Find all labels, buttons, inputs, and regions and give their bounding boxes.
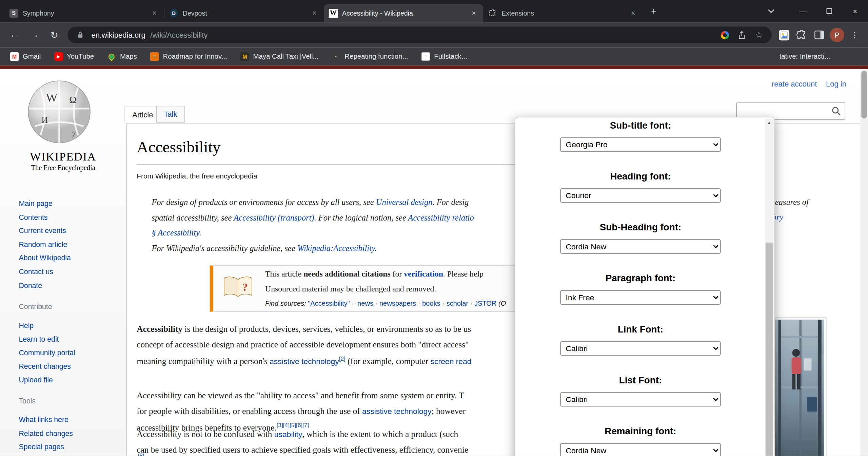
popup-scroll-up-icon[interactable]: ▲ [765,118,773,127]
wiki-link[interactable]: Accessibility relatio [408,213,474,222]
sidebar-link-random-article[interactable]: Random article [19,238,71,252]
bookmark-label: YouTube [67,53,94,60]
tab-close-icon[interactable]: × [310,8,319,17]
sidebar-link-donate[interactable]: Donate [19,279,71,292]
bookmark-label: Maps [120,53,137,60]
wiki-link[interactable]: newspapers [379,300,416,307]
login-link[interactable]: Log in [826,80,846,88]
bookmark-maps[interactable]: Maps [107,52,137,61]
side-panel-icon[interactable] [810,26,828,44]
svg-text:И: И [41,115,48,125]
reference-link[interactable]: [8] [138,452,144,456]
link-font-select[interactable]: Calibri [560,341,721,356]
wikipedia-page: W Ω И 7 WIKIPEDIA The Free Encyclopedia … [0,69,868,456]
bookmark-youtube[interactable]: ▶ YouTube [54,52,94,61]
list-font-select[interactable]: Calibri [560,392,721,406]
wiki-link[interactable]: assistive technology [270,357,339,366]
wiki-link[interactable]: books [422,300,440,307]
tab-devpost[interactable]: D Devpost × [164,4,324,22]
sidebar-link-special-pages[interactable]: Special pages [19,440,73,454]
popup-scrollbar[interactable]: ▲ ▼ [765,118,773,456]
minimize-button[interactable]: — [790,0,816,22]
wiki-link[interactable]: screen read [431,357,472,366]
wiki-link[interactable]: scholar [446,300,468,307]
bookmark-label: Gmail [23,53,41,60]
sidebar-link-community-portal[interactable]: Community portal [19,346,75,360]
new-tab-button[interactable]: + [646,4,662,19]
sidebar-link-recent-changes[interactable]: Recent changes [19,360,75,374]
sidebar-nav-tools: What links here Related changes Special … [19,413,73,454]
tab-close-icon[interactable]: × [150,8,159,17]
wiki-link[interactable]: usability [274,430,302,439]
page-top-banner-strip [0,65,868,69]
article-image-thumb[interactable] [773,318,826,456]
tab-talk[interactable]: Talk [156,106,185,123]
close-window-button[interactable]: × [842,0,868,22]
tab-search-chevron-icon[interactable] [760,0,782,22]
wiki-link[interactable]: verification [404,269,443,278]
paragraph-font-select[interactable]: Ink Free [560,290,721,305]
sidebar-link-related-changes[interactable]: Related changes [19,427,73,440]
bookmark-repeating-function[interactable]: ~ Repeating function... [332,52,408,61]
page-scrollbar[interactable] [860,69,868,456]
wiki-link[interactable]: "Accessibility" [308,300,350,307]
wiki-link[interactable]: § Accessibility [152,228,199,237]
bookmark-tative-interacti[interactable]: tative: Interacti... [780,53,830,60]
remaining-font-select[interactable]: Cordia New [560,443,721,456]
address-bar[interactable]: en.wikipedia.org/wiki/Accessibility ☆ [67,26,772,43]
bookmark-fullstack[interactable]: ≡ Fullstack... [421,52,467,61]
tab-close-icon[interactable]: × [629,8,638,17]
wiki-link[interactable]: Accessibility (transport) [234,213,314,222]
subheading-font-select[interactable]: Cordia New [560,239,721,253]
forward-button[interactable]: → [24,25,44,45]
tab-close-icon[interactable]: × [469,8,478,17]
share-icon[interactable] [736,29,748,41]
back-button[interactable]: ← [4,25,24,45]
sidebar-link-contents[interactable]: Contents [19,211,71,224]
sidebar-link-help[interactable]: Help [19,319,75,332]
sidebar-link-upload-file[interactable]: Upload file [19,374,75,387]
page-title: Accessibility [137,138,220,156]
sidebar-link-contact-us[interactable]: Contact us [19,265,71,279]
wiki-link[interactable]: assistive technology [362,406,432,415]
subtitle-font-select[interactable]: Georgia Pro [560,137,721,152]
bookmark-gmail[interactable]: M Gmail [10,52,41,61]
tab-wikipedia-active[interactable]: W Accessibility - Wikipedia × [324,4,483,22]
bookmark-maya-taxi[interactable]: M Maya Call Taxi |Vell... [240,52,319,61]
reference-link[interactable]: [3][4][5][6][7] [277,421,309,428]
page-scrollbar-thumb[interactable] [861,71,867,118]
sidebar-link-main-page[interactable]: Main page [19,197,71,211]
menu-dots-icon[interactable]: ⋮ [846,26,864,44]
bookmark-roadmap[interactable]: ≡ Roadmap for Innov... [150,52,227,61]
remaining-font-label: Remaining font: [605,425,676,438]
reference-link[interactable]: [2] [339,355,346,362]
wikipedia-favicon-icon: W [329,8,338,17]
lock-icon[interactable] [74,29,86,41]
google-g-icon[interactable] [718,29,731,41]
svg-text:W: W [46,91,58,104]
link-font-label: Link Font: [618,323,663,336]
maximize-button[interactable] [816,0,842,22]
wiki-link[interactable]: JSTOR [474,300,496,307]
sidebar-link-what-links-here[interactable]: What links here [19,413,73,427]
extensions-puzzle-icon[interactable] [793,26,810,44]
tab-symphony[interactable]: S Symphony × [4,4,164,22]
tab-extensions[interactable]: Extensions × [483,4,643,22]
wikipedia-globe-logo[interactable]: W Ω И 7 [25,76,93,147]
pinned-extension-icon[interactable] [775,26,793,44]
roadmap-icon: ≡ [150,52,159,61]
heading-font-select[interactable]: Courier [560,188,721,203]
wiki-link[interactable]: news [357,300,373,307]
wiki-link[interactable]: Wikipedia:Accessibility [297,244,375,252]
sidebar-link-current-events[interactable]: Current events [19,225,71,238]
popup-scrollbar-thumb[interactable] [766,243,773,456]
wiki-link[interactable]: Universal design [376,198,433,207]
bookmark-star-icon[interactable]: ☆ [753,29,765,41]
reload-button[interactable]: ↻ [44,25,64,45]
profile-avatar[interactable]: P [828,26,846,44]
create-account-link[interactable]: reate account [772,80,817,88]
sidebar-link-learn-to-edit[interactable]: Learn to edit [19,333,75,346]
search-icon[interactable] [831,106,841,118]
tab-article[interactable]: Article [124,106,161,123]
sidebar-link-about-wikipedia[interactable]: About Wikipedia [19,252,71,265]
